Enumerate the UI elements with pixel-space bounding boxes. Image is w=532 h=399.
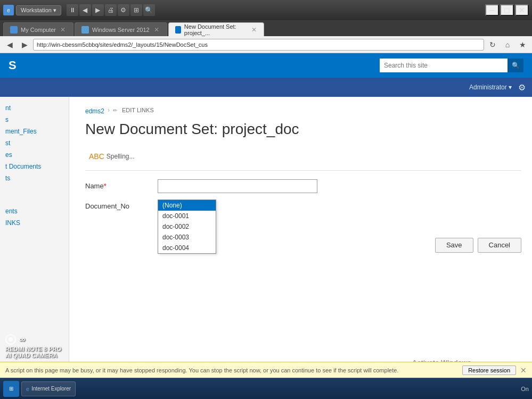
sidebar-item-nt[interactable]: nt xyxy=(0,102,69,114)
computer-icon xyxy=(10,26,18,34)
sidebar-item-t-documents[interactable]: t Documents xyxy=(0,161,69,172)
nav-fwd-icon[interactable]: ▶ xyxy=(92,4,104,16)
taskbar-time: On xyxy=(521,386,529,392)
tab-windowsserver-label: Windows Server 2012 xyxy=(92,27,150,33)
nav-back-icon[interactable]: ◀ xyxy=(79,4,91,16)
ie-icon: e xyxy=(3,5,14,15)
browser-window: e Workstation ▾ ⏸ ◀ ▶ 🖨 ⚙ ⊞ 🔍 ─ ◻ ✕ xyxy=(0,0,532,399)
cancel-button[interactable]: Cancel xyxy=(478,238,521,253)
camera-subtitle-label: AI QUAD CAMERA xyxy=(5,352,61,359)
form-area: Name* Document_No (None) doc-0001 doc-00… xyxy=(85,179,521,227)
print-icon[interactable]: 🖨 xyxy=(105,4,117,16)
sidebar-item-inks[interactable]: INKS xyxy=(0,217,69,229)
sidebar-item-ts[interactable]: ts xyxy=(0,172,69,184)
home-button[interactable]: ⌂ xyxy=(501,38,514,51)
camera-watermark: ∞ REDMI NOTE 8 PRO AI QUAD CAMERA xyxy=(5,334,61,359)
form-toolbar: ABC Spelling... xyxy=(85,147,521,171)
sp-logo: S xyxy=(9,59,16,72)
zoom-icon[interactable]: 🔍 xyxy=(143,4,155,16)
spelling-label: Spelling... xyxy=(107,153,135,160)
breadcrumb-edms2[interactable]: edms2 xyxy=(85,102,104,118)
sp-topnav-right: Administrator ▾ ⚙ xyxy=(469,82,526,93)
dropdown-option-doc0001[interactable]: doc-0001 xyxy=(158,211,216,221)
sidebar-item-ents[interactable]: ents xyxy=(0,205,69,217)
camera-icon-area: ∞ xyxy=(5,334,61,345)
start-button[interactable]: ⊞ xyxy=(3,381,19,397)
restore-session-bar: A script on this page may be busy, or it… xyxy=(0,362,532,378)
document-no-label: Document_No xyxy=(85,200,149,210)
restore-session-text: A script on this page may be busy, or it… xyxy=(5,367,458,373)
sidebar-item-s[interactable]: s xyxy=(0,114,69,126)
camera-model-label: REDMI NOTE 8 PRO xyxy=(5,346,61,352)
camera-inner-dot-icon xyxy=(9,337,13,342)
taskbar-right: On xyxy=(521,386,529,392)
title-bar-left: e Workstation ▾ ⏸ ◀ ▶ 🖨 ⚙ ⊞ 🔍 xyxy=(3,4,483,16)
tab-windowsserver[interactable]: Windows Server 2012 ✕ xyxy=(75,22,167,36)
sp-search-input[interactable] xyxy=(380,59,508,72)
favorites-button[interactable]: ★ xyxy=(516,38,529,51)
close-button[interactable]: ✕ xyxy=(515,4,529,16)
back-button[interactable]: ◀ xyxy=(3,38,16,51)
breadcrumb-sep: › xyxy=(108,106,110,114)
dropdown-option-doc0004[interactable]: doc-0004 xyxy=(158,243,216,253)
tab-newdocset[interactable]: New Document Set: project_... ✕ xyxy=(168,22,264,36)
infinity-icon: ∞ xyxy=(19,335,25,344)
ie-taskbar-label: Internet Explorer xyxy=(31,386,71,392)
restore-session-close-icon[interactable]: ✕ xyxy=(520,366,527,375)
dropdown-option-doc0003[interactable]: doc-0003 xyxy=(158,232,216,243)
pause-icon[interactable]: ⏸ xyxy=(67,4,78,16)
refresh-button[interactable]: ↻ xyxy=(486,38,499,51)
tab-newdocset-close[interactable]: ✕ xyxy=(251,26,257,34)
dropdown-option-none[interactable]: (None) xyxy=(158,200,216,211)
edit-links-button[interactable]: EDIT LINKS xyxy=(122,107,154,113)
ie-taskbar-icon: e xyxy=(26,386,29,392)
server-icon xyxy=(81,26,89,34)
sp-icon xyxy=(175,26,181,34)
taskbar-app-ie[interactable]: e Internet Explorer xyxy=(21,381,76,396)
restore-button[interactable]: ◻ xyxy=(500,4,514,16)
save-button[interactable]: Save xyxy=(435,238,473,253)
sp-suitebar: S 🔍 xyxy=(0,53,532,78)
spelling-icon: ABC xyxy=(89,152,104,161)
dropdown-option-doc0002[interactable]: doc-0002 xyxy=(158,221,216,232)
window-controls: ─ ◻ ✕ xyxy=(485,4,529,16)
sidebar-item-es[interactable]: es xyxy=(0,149,69,161)
restore-session-button[interactable]: Restore session xyxy=(462,365,516,375)
name-label: Name* xyxy=(85,179,149,190)
action-buttons: Save Cancel xyxy=(85,227,521,253)
address-input[interactable] xyxy=(33,39,484,51)
tab-mycomputer-close[interactable]: ✕ xyxy=(59,26,67,34)
view-icon[interactable]: ⊞ xyxy=(130,4,142,16)
spelling-button[interactable]: ABC Spelling... xyxy=(85,150,138,163)
workstation-button[interactable]: Workstation ▾ xyxy=(16,5,61,15)
admin-menu-button[interactable]: Administrator ▾ xyxy=(469,84,512,91)
forward-button[interactable]: ▶ xyxy=(18,38,31,51)
tab-mycomputer-label: My Computer xyxy=(21,27,56,33)
name-input[interactable] xyxy=(158,179,317,193)
sidebar-item-st[interactable]: st xyxy=(0,137,69,149)
workstation-dropdown-icon: ▾ xyxy=(53,7,56,14)
minimize-button[interactable]: ─ xyxy=(485,4,499,16)
sp-search-button[interactable]: 🔍 xyxy=(508,59,523,72)
title-bar: e Workstation ▾ ⏸ ◀ ▶ 🖨 ⚙ ⊞ 🔍 ─ ◻ ✕ xyxy=(0,0,532,20)
dropdown-listbox[interactable]: (None) doc-0001 doc-0002 doc-0003 doc-00… xyxy=(158,200,216,254)
tab-windowsserver-close[interactable]: ✕ xyxy=(153,26,160,34)
tab-newdocset-label: New Document Set: project_... xyxy=(184,23,248,36)
settings-gear-icon[interactable]: ⚙ xyxy=(518,82,526,93)
sp-page: nt s ment_Files st es t Documents ts ent… xyxy=(0,97,532,399)
document-no-row: Document_No (None) doc-0001 doc-0002 doc… xyxy=(85,200,521,210)
tools-icon[interactable]: ⚙ xyxy=(118,4,129,16)
sp-main-content: edms2 › ✏ EDIT LINKS New Document Set: p… xyxy=(69,97,532,399)
sidebar-item-ment-files[interactable]: ment_Files xyxy=(0,126,69,137)
sp-search-container: 🔍 xyxy=(22,59,523,72)
pencil-icon: ✏ xyxy=(113,107,117,113)
tab-bar: My Computer ✕ Windows Server 2012 ✕ New … xyxy=(0,20,532,36)
taskbar-apps: e Internet Explorer xyxy=(21,381,519,396)
workstation-label: Workstation xyxy=(21,7,52,13)
name-row: Name* xyxy=(85,179,521,193)
address-bar: ◀ ▶ ↻ ⌂ ★ xyxy=(0,36,532,53)
tab-mycomputer[interactable]: My Computer ✕ xyxy=(3,22,73,36)
page-title: New Document Set: project_doc xyxy=(85,120,521,138)
taskbar: ⊞ e Internet Explorer On xyxy=(0,378,532,399)
toolbar-icons: ⏸ ◀ ▶ 🖨 ⚙ ⊞ 🔍 xyxy=(67,4,155,16)
